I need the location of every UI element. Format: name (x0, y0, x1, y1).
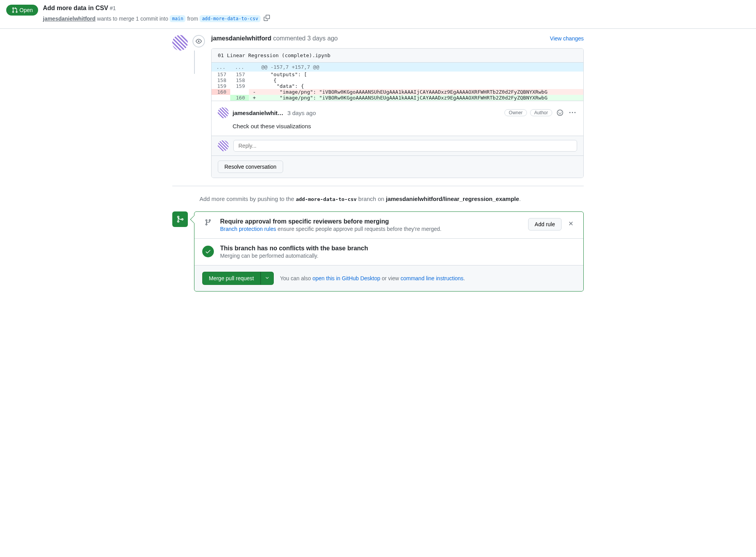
code-line: "image/png": "iVBORw0KGgoAAAANSUhEUgAAA1… (257, 89, 583, 95)
command-line-link[interactable]: command line instructions (401, 275, 464, 281)
review-author[interactable]: jamesdanielwhitford (211, 35, 271, 42)
diff-row: 160+ "image/png": "iVBORw0KGgoAAAANSUhEU… (212, 95, 583, 101)
pr-merge-description: jamesdanielwhitford wants to merge 1 com… (43, 13, 271, 24)
status-label: Open (19, 7, 33, 13)
no-conflicts-title: This branch has no conflicts with the ba… (220, 245, 576, 252)
check-icon (205, 248, 211, 255)
add-rule-button[interactable]: Add rule (528, 218, 562, 230)
code-line: "image/png": "iVBORw0KGgoAAAANSUhEUgAAA1… (257, 95, 583, 101)
github-desktop-link[interactable]: open this in GitHub Desktop (313, 275, 380, 281)
git-pull-request-icon (12, 7, 18, 13)
comment-time[interactable]: 3 days ago (287, 110, 316, 116)
merge-status-icon (172, 211, 188, 227)
line-number-old[interactable] (212, 95, 230, 101)
pr-header: Open Add more data in CSV #1 jamesdaniel… (0, 0, 756, 29)
code-line: "outputs": [ (257, 72, 583, 77)
avatar[interactable] (218, 107, 229, 118)
branch-name: add-more-data-to-csv (296, 196, 357, 202)
pr-title: Add more data in CSV (43, 5, 108, 11)
expand-up-button[interactable]: ... (212, 63, 230, 72)
merge-footer-text: You can also open this in GitHub Desktop… (280, 275, 465, 281)
eye-icon (196, 38, 202, 44)
line-number-new[interactable]: 158 (230, 77, 249, 83)
commit-hint: Add more commits by pushing to the add-m… (172, 186, 584, 207)
code-line: { (257, 77, 583, 83)
hunk-header: @@ -157,7 +157,7 @@ (257, 63, 583, 72)
avatar[interactable] (218, 140, 229, 151)
diff-row: 158158 { (212, 77, 583, 83)
line-number-old[interactable]: 157 (212, 72, 230, 77)
branch-protection-title: Require approval from specific reviewers… (220, 218, 522, 225)
hunk-header-row: ... ... @@ -157,7 +157,7 @@ (212, 63, 583, 72)
role-badge-owner: Owner (504, 109, 527, 116)
view-changes-link[interactable]: View changes (550, 35, 584, 42)
diff-card: 01 Linear Regression (complete).ipynb ..… (211, 48, 584, 178)
review-badge (192, 35, 205, 47)
resolve-conversation-button[interactable]: Resolve conversation (218, 161, 283, 173)
line-number-new[interactable]: 157 (230, 72, 249, 77)
kebab-icon (569, 110, 576, 116)
kebab-menu-button[interactable] (568, 108, 577, 117)
merge-card: Require approval from specific reviewers… (194, 211, 584, 292)
line-number-old[interactable]: 158 (212, 77, 230, 83)
expand-down-button[interactable]: ... (230, 63, 249, 72)
review-header: jamesdanielwhitford commented 3 days ago (211, 35, 338, 42)
merge-options-caret[interactable] (261, 272, 274, 285)
comment-body: Check out these visualizations (233, 123, 577, 129)
diff-filename[interactable]: 01 Linear Regression (complete).ipynb (212, 49, 583, 63)
reply-input[interactable] (233, 140, 577, 152)
head-branch-label[interactable]: add-more-data-to-csv (200, 15, 261, 22)
line-number-new[interactable] (230, 89, 249, 95)
chevron-down-icon (265, 276, 270, 280)
reply-row (212, 136, 583, 155)
base-branch-label[interactable]: main (170, 15, 186, 22)
smiley-icon (557, 110, 563, 116)
diff-row: 159159 "data": { (212, 83, 583, 89)
merge-pull-request-button[interactable]: Merge pull request (202, 272, 261, 285)
git-branch-icon (205, 219, 212, 226)
avatar[interactable] (172, 35, 188, 51)
pr-number: #1 (110, 5, 116, 11)
code-line: "data": { (257, 83, 583, 89)
review-time[interactable]: 3 days ago (307, 35, 338, 42)
dismiss-button[interactable] (566, 219, 576, 230)
comment-author[interactable]: jamesdanielwhit… (233, 110, 284, 116)
pr-author-link[interactable]: jamesdanielwhitford (43, 16, 95, 22)
branch-protection-link[interactable]: Branch protection rules (220, 226, 276, 232)
no-conflicts-desc: Merging can be performed automatically. (220, 253, 576, 259)
role-badge-author: Author (530, 109, 552, 116)
copy-branch-button[interactable] (262, 13, 271, 24)
line-number-new[interactable]: 159 (230, 83, 249, 89)
diff-row: 160- "image/png": "iVBORw0KGgoAAAANSUhEU… (212, 89, 583, 95)
line-number-old[interactable]: 160 (212, 89, 230, 95)
line-number-old[interactable]: 159 (212, 83, 230, 89)
close-icon (568, 220, 574, 227)
diff-table: ... ... @@ -157,7 +157,7 @@ 157157 "outp… (212, 63, 583, 101)
success-check-icon (202, 246, 214, 257)
copy-icon (264, 15, 270, 21)
review-comment: jamesdanielwhit… 3 days ago Owner Author (212, 101, 583, 136)
git-merge-icon (176, 215, 184, 223)
add-reaction-button[interactable] (555, 108, 565, 117)
diff-row: 157157 "outputs": [ (212, 72, 583, 77)
line-number-new[interactable]: 160 (230, 95, 249, 101)
repo-name: jamesdanielwhitford/linear_regression_ex… (386, 196, 519, 202)
status-badge: Open (6, 5, 38, 16)
